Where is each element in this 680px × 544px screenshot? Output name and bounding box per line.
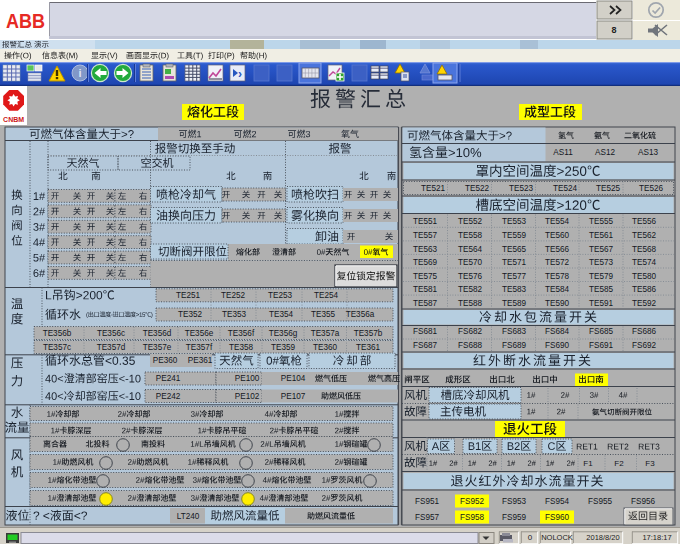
svg-text:TE357f: TE357f (186, 343, 213, 352)
svg-text:FS686: FS686 (632, 327, 657, 336)
svg-text:TE589: TE589 (502, 299, 527, 308)
svg-text:FS682: FS682 (458, 327, 483, 336)
svg-text:FS685: FS685 (589, 327, 614, 336)
svg-text:TE360: TE360 (313, 343, 338, 352)
svg-text:TE572: TE572 (545, 258, 570, 267)
svg-text:TE582: TE582 (458, 285, 483, 294)
svg-text:TE576: TE576 (458, 272, 483, 281)
svg-text:TE356b: TE356b (43, 329, 72, 338)
svg-text:TE356a: TE356a (346, 310, 375, 319)
svg-text:FS955: FS955 (588, 497, 613, 506)
svg-text:PE102: PE102 (235, 392, 260, 401)
svg-text:TE357d: TE357d (97, 343, 126, 352)
svg-text:TE568: TE568 (632, 245, 657, 254)
svg-text:FS690: FS690 (545, 341, 570, 350)
svg-text:NOLOCK: NOLOCK (541, 533, 573, 542)
svg-text:TE523: TE523 (509, 184, 534, 193)
svg-text:i: i (78, 67, 81, 79)
svg-text:TE571: TE571 (502, 258, 527, 267)
svg-text:TE570: TE570 (458, 258, 483, 267)
svg-text:TE522: TE522 (465, 184, 490, 193)
svg-text:TE575: TE575 (413, 272, 438, 281)
svg-text:TE577: TE577 (502, 272, 527, 281)
svg-text:TE588: TE588 (458, 299, 483, 308)
svg-text:F2: F2 (614, 459, 624, 468)
svg-text:TE561: TE561 (589, 231, 614, 240)
svg-text:TE581: TE581 (413, 285, 438, 294)
svg-text:AS11: AS11 (553, 148, 573, 157)
svg-text:PE241: PE241 (156, 374, 181, 383)
svg-text:TE574: TE574 (632, 258, 657, 267)
svg-text:TE356d: TE356d (143, 329, 172, 338)
svg-text:2018/8/20: 2018/8/20 (586, 533, 619, 542)
svg-text:TE251: TE251 (176, 291, 201, 300)
svg-text:TE584: TE584 (545, 285, 570, 294)
svg-text:TE357a: TE357a (311, 329, 340, 338)
svg-text:FS688: FS688 (458, 341, 483, 350)
svg-text:PE100: PE100 (235, 374, 260, 383)
svg-text:FS687: FS687 (413, 341, 438, 350)
svg-text:F1: F1 (583, 459, 593, 468)
svg-text:CNBM: CNBM (3, 115, 24, 124)
svg-text:FS681: FS681 (413, 327, 438, 336)
svg-text:TE526: TE526 (639, 184, 664, 193)
svg-text:FS957: FS957 (415, 513, 440, 522)
svg-text:TE253: TE253 (268, 291, 293, 300)
svg-text:TE352: TE352 (178, 310, 203, 319)
svg-text:TE359: TE359 (271, 343, 296, 352)
svg-text:TE558: TE558 (458, 231, 483, 240)
svg-text:PE242: PE242 (156, 392, 181, 401)
svg-text:TE356c: TE356c (97, 329, 125, 338)
svg-text:TE591: TE591 (589, 299, 614, 308)
svg-text:FS954: FS954 (545, 497, 570, 506)
svg-text:TE555: TE555 (589, 217, 614, 226)
svg-text:TE590: TE590 (545, 299, 570, 308)
svg-text:TE553: TE553 (502, 217, 527, 226)
svg-text:TE587: TE587 (413, 299, 438, 308)
svg-text:TE562: TE562 (632, 231, 657, 240)
svg-text:TE560: TE560 (545, 231, 570, 240)
svg-text:TE566: TE566 (545, 245, 570, 254)
svg-text:FS689: FS689 (502, 341, 527, 350)
svg-text:LT240: LT240 (177, 512, 200, 521)
svg-text:TE525: TE525 (596, 184, 621, 193)
svg-text:FS683: FS683 (502, 327, 527, 336)
svg-text:TE579: TE579 (589, 272, 614, 281)
svg-text:TE356f: TE356f (228, 329, 255, 338)
svg-text:17:18:17: 17:18:17 (642, 533, 671, 542)
svg-text:TE583: TE583 (502, 285, 527, 294)
svg-text:FS952: FS952 (460, 497, 485, 506)
svg-text:TE358: TE358 (229, 343, 254, 352)
svg-text:TE356g: TE356g (269, 329, 298, 338)
svg-text:FS956: FS956 (631, 497, 656, 506)
svg-text:TE524: TE524 (553, 184, 578, 193)
svg-text:FS960: FS960 (545, 513, 570, 522)
svg-text:›: › (238, 67, 242, 81)
svg-text:0: 0 (528, 533, 533, 542)
svg-text:TE357b: TE357b (354, 329, 383, 338)
svg-text:TE557: TE557 (413, 231, 438, 240)
svg-text:TE564: TE564 (458, 245, 483, 254)
svg-text:ABB: ABB (6, 9, 45, 32)
svg-text:PE107: PE107 (281, 392, 306, 401)
svg-text:8: 8 (611, 25, 616, 35)
svg-text:FS959: FS959 (502, 513, 527, 522)
svg-text:TE563: TE563 (413, 245, 438, 254)
svg-text:TE254: TE254 (314, 291, 339, 300)
svg-text:AS12: AS12 (595, 148, 615, 157)
svg-text:TE580: TE580 (632, 272, 657, 281)
svg-text:TE357c: TE357c (43, 343, 71, 352)
svg-text:TE357e: TE357e (143, 343, 172, 352)
svg-text:TE361: TE361 (356, 343, 381, 352)
svg-text:TE556: TE556 (632, 217, 657, 226)
svg-text:TE569: TE569 (413, 258, 438, 267)
svg-text:TE355: TE355 (311, 310, 336, 319)
svg-text:FS951: FS951 (415, 497, 440, 506)
svg-text:FS691: FS691 (589, 341, 614, 350)
svg-text:PE360: PE360 (153, 356, 178, 365)
svg-text:TE521: TE521 (421, 184, 446, 193)
svg-text:TE565: TE565 (502, 245, 527, 254)
svg-text:PE104: PE104 (281, 374, 306, 383)
svg-text:TE354: TE354 (269, 310, 294, 319)
svg-text:FS953: FS953 (502, 497, 527, 506)
